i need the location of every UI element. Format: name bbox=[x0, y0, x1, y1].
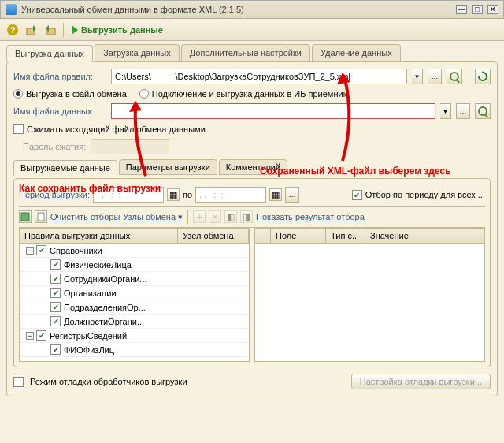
calendar-from-button[interactable]: ▦ bbox=[167, 188, 180, 201]
subtab-params[interactable]: Параметры выгрузки bbox=[119, 159, 217, 175]
tree-row[interactable]: ✔Организации bbox=[20, 286, 249, 300]
app-icon bbox=[6, 4, 17, 15]
svg-rect-2 bbox=[21, 213, 29, 221]
tree-label: Справочники bbox=[50, 246, 102, 255]
col-value: Значение bbox=[365, 229, 484, 243]
svg-rect-3 bbox=[38, 213, 44, 221]
period-more-button[interactable]: … bbox=[285, 187, 299, 203]
col-field: Поле bbox=[271, 229, 326, 243]
delete-icon: × bbox=[209, 210, 221, 223]
rules-dropdown[interactable]: ▼ bbox=[412, 69, 423, 84]
show-result-button[interactable]: Показать результат отбора bbox=[256, 212, 365, 222]
tab-import[interactable]: Загрузка данных bbox=[94, 44, 180, 61]
data-dropdown[interactable]: ▼ bbox=[440, 103, 451, 119]
tree-row[interactable]: ✔ПодразделенияОр... bbox=[20, 300, 249, 315]
export-button[interactable]: Выгрузить данные bbox=[69, 25, 166, 35]
cfg1-icon: ◧ bbox=[224, 210, 237, 223]
tab-settings[interactable]: Дополнительные настройки bbox=[181, 44, 310, 61]
debug-label: Режим отладки обработчиков выгрузки bbox=[30, 377, 187, 386]
import-icon[interactable] bbox=[43, 22, 58, 38]
tree-checkbox[interactable]: ✔ bbox=[36, 330, 46, 341]
tree-row[interactable]: ✔ФИОФизЛиц bbox=[20, 343, 249, 357]
period-filter-checkbox[interactable]: ✔ bbox=[352, 190, 362, 200]
tree-label: ПодразделенияОр... bbox=[64, 303, 146, 312]
tree-checkbox[interactable]: ✔ bbox=[50, 302, 61, 312]
nodes-button[interactable]: Узлы обмена ▾ bbox=[123, 212, 183, 222]
minimize-button[interactable]: — bbox=[456, 5, 467, 14]
calendar-to-button[interactable]: ▦ bbox=[269, 188, 282, 201]
radio-db-label: Подключение и выгрузка данных в ИБ прием… bbox=[152, 89, 347, 99]
subtab-data[interactable]: Выгружаемые данные bbox=[13, 160, 117, 176]
tree-row[interactable]: −✔Справочники bbox=[20, 244, 249, 258]
col-blank bbox=[255, 229, 271, 243]
data-search-button[interactable] bbox=[475, 103, 491, 119]
date-to[interactable]: . . : : bbox=[195, 187, 266, 203]
debug-checkbox[interactable] bbox=[13, 377, 24, 387]
tab-delete[interactable]: Удаление данных bbox=[312, 44, 401, 61]
add-icon: + bbox=[193, 210, 206, 223]
close-button[interactable]: ✕ bbox=[487, 5, 498, 14]
tree-checkbox[interactable]: ✔ bbox=[50, 344, 61, 355]
rules-refresh-button[interactable] bbox=[475, 69, 491, 84]
col-node: Узел обмена bbox=[178, 229, 249, 243]
radio-db-export[interactable]: Подключение и выгрузка данных в ИБ прием… bbox=[139, 89, 347, 99]
expander-icon[interactable]: − bbox=[26, 247, 34, 255]
maximize-button[interactable]: □ bbox=[472, 5, 483, 14]
tree-label: ДолжностиОргани... bbox=[64, 317, 144, 326]
tree-row[interactable]: ✔ФизическиеЛица bbox=[20, 258, 249, 272]
expander-icon[interactable]: − bbox=[26, 332, 34, 340]
rules-browse-button[interactable]: … bbox=[428, 69, 442, 84]
password-input bbox=[91, 139, 169, 154]
data-browse-button[interactable]: … bbox=[456, 103, 470, 119]
tree-row[interactable]: ✔СотрудникиОргани... bbox=[20, 272, 249, 286]
play-icon bbox=[72, 25, 78, 35]
date-from[interactable]: . . : : bbox=[93, 187, 164, 203]
doc-icon[interactable] bbox=[35, 210, 47, 223]
tree-row[interactable]: −✔РегистрыСведений bbox=[20, 329, 249, 343]
tree-label: Организации bbox=[64, 289, 117, 298]
main-panel: Имя файла правил: ▼ … Выгрузка в файл об… bbox=[6, 61, 498, 396]
radio-file-label: Выгрузка в файл обмена bbox=[26, 89, 127, 99]
clear-filters-button[interactable]: Очистить отборы bbox=[50, 212, 120, 222]
password-label: Пароль сжатия: bbox=[23, 142, 86, 151]
data-file-input[interactable] bbox=[111, 103, 435, 119]
tab-export[interactable]: Выгрузка данных bbox=[6, 45, 93, 62]
tree-checkbox[interactable]: ✔ bbox=[50, 316, 61, 326]
rules-file-input[interactable] bbox=[111, 69, 407, 84]
tree-checkbox[interactable]: ✔ bbox=[50, 288, 61, 298]
debug-settings-button[interactable]: Настройка отладки выгрузки... bbox=[351, 374, 491, 389]
filter-panel: Поле Тип с... Значение bbox=[254, 228, 485, 362]
compress-label: Сжимать исходящий файл обмена данными bbox=[27, 125, 206, 134]
tree-row[interactable]: ✔ДолжностиОргани... bbox=[20, 315, 249, 329]
data-file-label: Имя файла данных: bbox=[13, 106, 106, 116]
rules-file-label: Имя файла правил: bbox=[13, 72, 106, 81]
tree-label: РегистрыСведений bbox=[50, 331, 127, 341]
tree-label: СотрудникиОргани... bbox=[64, 274, 147, 284]
period-sep: по bbox=[183, 190, 192, 199]
export-label: Выгрузить данные bbox=[81, 25, 163, 35]
help-icon[interactable]: ? bbox=[5, 22, 20, 38]
tree-checkbox[interactable]: ✔ bbox=[50, 259, 61, 270]
tree-label: ФИОФизЛиц bbox=[64, 345, 114, 355]
rules-search-button[interactable] bbox=[447, 69, 462, 84]
tree-label: ФизическиеЛица bbox=[64, 260, 132, 270]
rules-tree: Правила выгрузки данных Узел обмена −✔Сп… bbox=[19, 228, 250, 362]
compress-checkbox[interactable] bbox=[13, 124, 24, 134]
radio-file-export[interactable]: Выгрузка в файл обмена bbox=[13, 89, 127, 99]
subtab-comment[interactable]: Комментарий bbox=[219, 159, 287, 175]
cfg2-icon: ◨ bbox=[240, 210, 253, 223]
tree-checkbox[interactable]: ✔ bbox=[36, 245, 46, 255]
period-filter-label: Отбор по периоду для всех ... bbox=[365, 190, 485, 199]
window-title: Универсальный обмен данными в формате XM… bbox=[21, 5, 456, 14]
separator bbox=[63, 23, 64, 37]
col-rules: Правила выгрузки данных bbox=[20, 229, 178, 243]
separator bbox=[187, 210, 188, 224]
tree-checkbox[interactable]: ✔ bbox=[50, 274, 61, 284]
check-all-icon[interactable] bbox=[19, 210, 32, 223]
period-label: Период выгрузки: bbox=[19, 190, 90, 199]
col-type: Тип с... bbox=[326, 229, 365, 243]
export-icon[interactable] bbox=[24, 22, 39, 38]
